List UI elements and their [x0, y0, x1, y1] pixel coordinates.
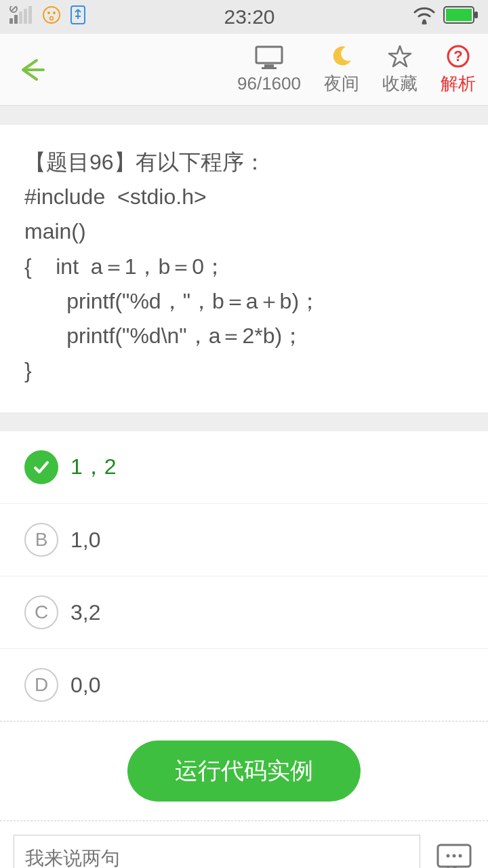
nav-fav[interactable]: 收藏	[382, 43, 418, 96]
run-row: 运行代码实例	[0, 722, 488, 821]
code-line: { int a＝1，b＝0；	[24, 250, 464, 284]
separator	[0, 106, 488, 125]
svg-rect-4	[28, 6, 32, 24]
svg-point-7	[43, 7, 60, 23]
check-icon	[24, 450, 58, 484]
option-a[interactable]: 1，2	[0, 431, 488, 504]
svg-point-10	[50, 16, 54, 20]
help-icon: ?	[446, 43, 470, 69]
status-time: 23:20	[87, 5, 412, 28]
top-nav: 96/1600 夜间 收藏 ? 解析	[0, 34, 488, 106]
nav-explain[interactable]: ? 解析	[441, 43, 476, 96]
option-text: 1，2	[70, 452, 117, 482]
nav-progress[interactable]: 96/1600	[237, 45, 301, 94]
moon-icon	[329, 43, 354, 69]
svg-text:?: ?	[453, 47, 462, 64]
svg-rect-2	[19, 12, 22, 24]
nav-progress-label: 96/1600	[237, 73, 301, 94]
options-list: 1，2 B 1,0 C 3,2 D 0,0	[0, 431, 488, 722]
option-text: 3,2	[70, 600, 100, 625]
code-line: printf("%d，"，b＝a＋b)；	[24, 284, 464, 319]
option-text: 1,0	[70, 528, 100, 553]
status-bar: 23:20	[0, 0, 488, 34]
option-text: 0,0	[70, 673, 100, 698]
usb-icon	[69, 4, 87, 31]
option-d[interactable]: D 0,0	[0, 649, 488, 722]
comment-icon[interactable]	[434, 842, 474, 868]
svg-point-22	[447, 854, 450, 858]
nav-explain-label: 解析	[441, 72, 476, 96]
status-left	[9, 4, 87, 31]
comment-row	[0, 821, 488, 868]
svg-rect-3	[24, 9, 27, 24]
face-icon	[42, 5, 61, 29]
star-icon	[388, 43, 412, 69]
nav-night-label: 夜间	[324, 72, 359, 96]
option-letter: D	[24, 668, 58, 702]
svg-point-9	[53, 12, 56, 14]
comment-input[interactable]	[14, 835, 420, 868]
svg-rect-0	[9, 18, 13, 24]
code-line: printf("%d\n"，a＝2*b)；	[24, 319, 464, 353]
code-line: main()	[24, 214, 464, 249]
status-right	[412, 5, 479, 29]
svg-rect-14	[446, 9, 472, 21]
option-b[interactable]: B 1,0	[0, 504, 488, 576]
separator	[0, 412, 488, 431]
code-line: #include <stdio.h>	[24, 180, 464, 214]
svg-point-24	[459, 854, 462, 858]
back-button[interactable]	[12, 51, 50, 89]
svg-point-12	[423, 19, 426, 22]
svg-rect-15	[474, 12, 478, 18]
run-code-button[interactable]: 运行代码实例	[127, 741, 361, 802]
question-block: 【题目96】有以下程序： #include <stdio.h> main() {…	[0, 125, 488, 412]
battery-icon	[443, 5, 479, 28]
code-line: }	[24, 353, 464, 388]
option-letter: C	[24, 595, 58, 629]
wifi-icon	[412, 5, 436, 29]
svg-point-8	[47, 12, 50, 14]
monitor-icon	[255, 45, 283, 71]
svg-rect-16	[256, 47, 282, 63]
svg-rect-17	[264, 64, 274, 67]
svg-point-23	[453, 854, 456, 858]
option-c[interactable]: C 3,2	[0, 576, 488, 649]
signal-icon	[9, 5, 34, 28]
question-title: 【题目96】有以下程序：	[24, 145, 464, 180]
svg-rect-1	[14, 15, 18, 24]
svg-rect-18	[262, 67, 277, 69]
nav-fav-label: 收藏	[382, 72, 418, 96]
nav-night[interactable]: 夜间	[324, 43, 359, 96]
svg-line-6	[12, 7, 16, 11]
option-letter: B	[24, 523, 58, 557]
